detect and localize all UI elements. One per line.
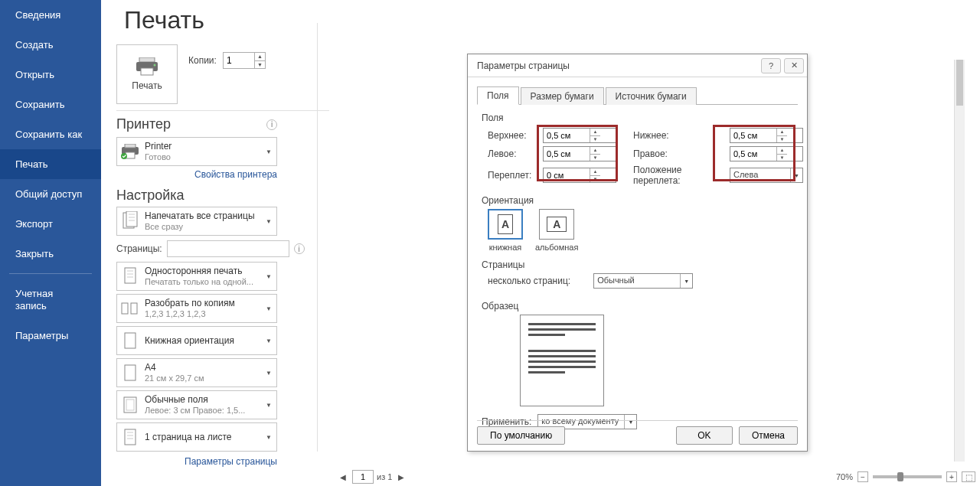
setting-duplex[interactable]: Односторонняя печатьПечатать только на о…	[116, 262, 277, 291]
chevron-down-icon: ▼	[264, 148, 273, 155]
combo-multipage[interactable]: Обычный▼	[593, 273, 693, 289]
fields-legend: Поля	[482, 113, 793, 123]
copies-down-icon[interactable]: ▼	[255, 60, 265, 69]
copies-spinner[interactable]: ▲▼	[223, 52, 266, 69]
fit-page-button[interactable]: ⬚	[962, 471, 975, 482]
sidebar-item-share[interactable]: Общий доступ	[0, 179, 101, 209]
tab-source[interactable]: Источник бумаги	[606, 87, 697, 105]
input-right[interactable]: ▲▼	[730, 146, 803, 161]
chevron-down-icon: ▼	[264, 370, 273, 377]
copies-input[interactable]	[224, 53, 254, 68]
side-icon	[120, 266, 140, 287]
input-bottom[interactable]: ▲▼	[730, 128, 803, 143]
svg-rect-9	[126, 211, 137, 227]
zoom-controls: 70% − + ⬚	[836, 471, 975, 482]
page-navigator: ◀ из 1 ▶	[337, 470, 407, 484]
margins-icon	[120, 394, 140, 416]
svg-rect-23	[125, 429, 136, 445]
label-gutter-pos: Положение переплета:	[619, 165, 727, 186]
zoom-out-button[interactable]: −	[858, 471, 868, 482]
chevron-down-icon: ▼	[264, 434, 273, 441]
collate-icon	[120, 298, 140, 319]
dialog-body: Поля Верхнее: ▲▼ Нижнее: ▲▼ Левое: ▲▼ Пр…	[468, 105, 807, 434]
input-left[interactable]: ▲▼	[543, 146, 616, 161]
zoom-in-button[interactable]: +	[946, 471, 957, 482]
label-right: Правое:	[619, 148, 727, 159]
sidebar-separator	[9, 273, 92, 274]
print-button-label: Печать	[132, 80, 162, 91]
printer-status: Готово	[145, 152, 260, 162]
sidebar-item-info[interactable]: Сведения	[0, 0, 101, 30]
ok-button[interactable]: OK	[676, 426, 733, 445]
input-gutter[interactable]: ▲▼	[543, 168, 616, 183]
cancel-button[interactable]: Отмена	[739, 426, 798, 445]
setting-papersize[interactable]: A421 см x 29,7 см ▼	[116, 358, 277, 387]
combo-gutter-pos[interactable]: Слева▼	[730, 168, 803, 183]
orient-landscape[interactable]: A альбомная	[535, 209, 578, 252]
scrollbar-thumb[interactable]	[956, 60, 963, 106]
setting-orientation[interactable]: Книжная ориентация ▼	[116, 326, 277, 355]
copies-label: Копии:	[188, 55, 217, 66]
label-bottom: Нижнее:	[619, 130, 727, 141]
sample-preview	[520, 315, 604, 406]
sidebar-item-account[interactable]: Учетная запись	[0, 279, 101, 321]
svg-rect-20	[125, 365, 136, 380]
copies-up-icon[interactable]: ▲	[255, 53, 265, 60]
svg-rect-5	[125, 144, 136, 148]
chevron-down-icon: ▼	[680, 274, 692, 288]
svg-rect-18	[131, 303, 137, 314]
zoom-slider[interactable]	[873, 475, 942, 478]
chevron-down-icon: ▼	[264, 338, 273, 344]
setting-perpage[interactable]: 1 страница на листе ▼	[116, 422, 277, 452]
sidebar-item-new[interactable]: Создать	[0, 30, 101, 60]
help-button[interactable]: ?	[761, 58, 781, 73]
printer-small-icon	[120, 141, 140, 162]
prev-page-icon[interactable]: ◀	[337, 473, 349, 481]
input-top[interactable]: ▲▼	[543, 128, 616, 143]
up-icon[interactable]: ▲	[590, 129, 600, 135]
printer-props-link[interactable]: Свойства принтера	[194, 169, 277, 180]
dialog-buttons: По умолчанию OK Отмена	[477, 420, 798, 443]
pages-input[interactable]	[167, 240, 289, 257]
preview-scrollbar[interactable]	[954, 60, 965, 462]
svg-point-3	[154, 64, 156, 67]
sidebar-item-saveas[interactable]: Сохранить как	[0, 119, 101, 149]
svg-rect-19	[125, 333, 136, 348]
close-button[interactable]: ✕	[784, 58, 804, 73]
printer-dropdown[interactable]: PrinterГотово ▼	[116, 137, 277, 166]
sample-legend: Образец	[482, 301, 793, 311]
print-panel: Печать Печать Копии: ▲▼ Принтер i Printe…	[101, 0, 315, 486]
sidebar-item-print[interactable]: Печать	[0, 149, 101, 179]
svg-rect-0	[139, 57, 155, 62]
printer-section-title: Принтер	[116, 116, 171, 132]
next-page-icon[interactable]: ▶	[395, 473, 407, 481]
sidebar-item-close[interactable]: Закрыть	[0, 239, 101, 269]
portrait-icon	[120, 330, 140, 351]
printer-icon	[135, 57, 159, 76]
sidebar-item-save[interactable]: Сохранить	[0, 90, 101, 119]
sidebar-item-open[interactable]: Открыть	[0, 60, 101, 90]
sidebar-item-options[interactable]: Параметры	[0, 321, 101, 351]
tab-margins[interactable]: Поля	[477, 86, 519, 105]
page-setup-dialog: Параметры страницы ? ✕ Поля Размер бумаг…	[467, 54, 808, 452]
sidebar-item-export[interactable]: Экспорт	[0, 209, 101, 239]
divider	[317, 23, 318, 452]
tab-paper[interactable]: Размер бумаги	[521, 87, 604, 105]
info-icon[interactable]: i	[266, 119, 277, 130]
chevron-down-icon: ▼	[790, 168, 802, 182]
dialog-tabs: Поля Размер бумаги Источник бумаги	[477, 83, 798, 105]
page-title: Печать	[124, 6, 300, 34]
onepage-icon	[120, 426, 140, 448]
current-page-input[interactable]	[352, 470, 374, 484]
setting-collate[interactable]: Разобрать по копиям1,2,3 1,2,3 1,2,3 ▼	[116, 294, 277, 323]
svg-point-7	[121, 153, 127, 159]
setting-margins[interactable]: Обычные поляЛевое: 3 см Правое: 1,5... ▼	[116, 390, 277, 419]
down-icon[interactable]: ▼	[590, 135, 600, 143]
page-setup-link[interactable]: Параметры страницы	[185, 456, 277, 467]
info-icon[interactable]: i	[294, 243, 305, 254]
print-button[interactable]: Печать	[116, 44, 178, 104]
setting-print-range[interactable]: Напечатать все страницыВсе сразу ▼	[116, 207, 277, 236]
defaults-button[interactable]: По умолчанию	[477, 426, 565, 445]
status-bar: ◀ из 1 ▶ 70% − + ⬚	[337, 468, 975, 486]
orient-portrait[interactable]: A книжная	[488, 209, 523, 252]
